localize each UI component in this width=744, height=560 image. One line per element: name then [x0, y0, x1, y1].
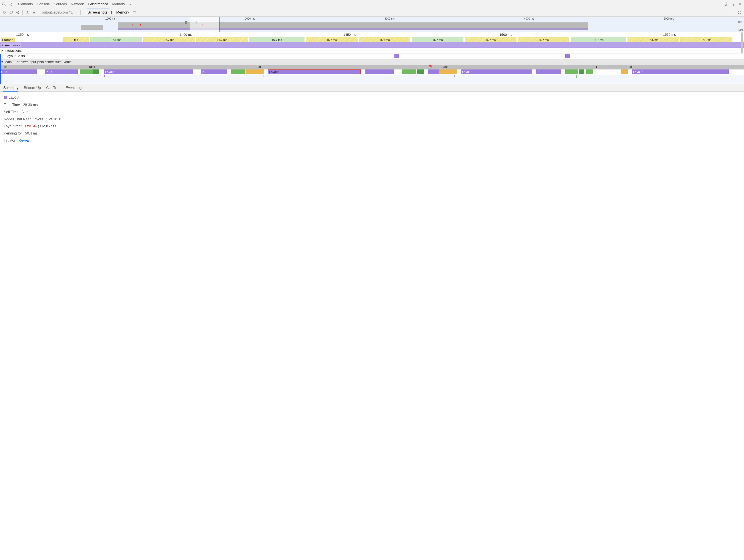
clear-icon[interactable] [15, 10, 20, 15]
svg-point-6 [733, 5, 734, 5]
summary-value: 5 of 1618 [46, 116, 61, 122]
flame-event[interactable] [402, 70, 417, 74]
flame-event[interactable] [93, 70, 99, 74]
summary-value: 50.4 ms [25, 131, 38, 136]
interactions-track-header[interactable]: Interactions [0, 48, 23, 53]
tab-memory[interactable]: Memory [112, 0, 125, 8]
flame-event[interactable]: Layout [461, 70, 532, 74]
flame-event[interactable] [621, 70, 629, 74]
cpu-label: CPU [738, 21, 743, 23]
flame-event[interactable] [80, 70, 93, 74]
overview-selection[interactable] [190, 16, 220, 32]
frame-segment[interactable]: 16.7 ms [412, 37, 464, 42]
flame-event[interactable] [586, 70, 594, 74]
recording-selector-label: output.jsbin.com #1 [42, 10, 73, 14]
overview-cpu-chart [0, 21, 735, 30]
record-icon[interactable] [2, 10, 7, 15]
flame-detail-row [0, 75, 744, 84]
svg-point-7 [3, 11, 6, 13]
svg-point-4 [733, 3, 734, 3]
capture-settings-icon[interactable] [737, 10, 742, 15]
frame-segment[interactable]: ms [63, 37, 89, 42]
frame-segment[interactable]: 16.6 ms [90, 37, 142, 42]
kebab-menu-icon[interactable] [731, 2, 736, 7]
main-track-header[interactable]: Main — https://output.jsbin.com/elisum/9… [0, 59, 744, 65]
frame-segment[interactable]: 16.7 ms [249, 37, 305, 42]
toolbar-separator [80, 10, 81, 15]
flame-event[interactable]: L…t [0, 70, 38, 74]
btab-summary[interactable]: Summary [3, 84, 18, 92]
garbage-collect-icon[interactable] [132, 10, 137, 15]
animation-track[interactable]: Animation [0, 42, 744, 48]
flame-event[interactable] [579, 70, 585, 74]
recording-selector[interactable]: output.jsbin.com #1 [41, 10, 78, 14]
flame-event[interactable] [246, 70, 264, 74]
layout-shift-event[interactable] [395, 54, 399, 58]
inspect-element-icon[interactable] [2, 2, 6, 7]
flame-event[interactable] [231, 70, 246, 74]
download-icon[interactable] [32, 10, 36, 15]
overview-timeline[interactable]: 1000 ms 2000 ms 3000 ms 4000 ms 5000 ms … [0, 16, 744, 32]
task-label: Task [256, 65, 262, 69]
frame-segment[interactable]: 16.7 ms [680, 37, 732, 42]
frame-segment[interactable]: 16.7 ms [571, 37, 626, 42]
frame-segment[interactable]: 16.7 ms [465, 37, 517, 42]
flame-event[interactable] [428, 70, 439, 74]
track-resize-handle[interactable] [0, 54, 1, 84]
settings-icon[interactable] [724, 2, 729, 7]
main-label: Main [4, 60, 12, 64]
layout-shift-event[interactable] [565, 54, 570, 58]
tab-performance[interactable]: Performance [88, 0, 108, 8]
tab-console[interactable]: Console [37, 0, 50, 8]
btab-call-tree[interactable]: Call Tree [46, 84, 60, 92]
flamechart-area[interactable]: 1350 ms 1400 ms 1450 ms 1500 ms 1550 ms … [0, 32, 744, 84]
btab-event-log[interactable]: Event Log [66, 84, 82, 92]
device-toolbar-icon[interactable] [8, 2, 13, 7]
flame-event[interactable]: P…t [45, 70, 78, 74]
frame-segment[interactable]: 16.7 ms [196, 37, 248, 42]
summary-key: Pending for [4, 131, 22, 136]
layout-shifts-track[interactable]: Layout Shifts [0, 53, 744, 59]
flame-event[interactable]: Layout [104, 70, 193, 74]
frame-segment[interactable]: 16.7 ms [518, 37, 570, 42]
tab-network[interactable]: Network [71, 0, 84, 8]
net-label: NET [739, 29, 743, 32]
vertical-scrollbar[interactable] [741, 32, 743, 53]
animation-track-header[interactable]: Animation [1, 43, 21, 47]
close-icon[interactable] [738, 2, 742, 7]
summary-key: Self Time [4, 109, 18, 115]
frame-segment[interactable]: 16.6 ms [359, 37, 411, 42]
flame-chart-row[interactable]: L…tP…tLayoutP…LayoutP…LayoutP…Layout [0, 70, 744, 75]
frame-segment[interactable]: 16.6 ms [628, 37, 679, 42]
reload-record-icon[interactable] [9, 10, 13, 15]
screenshots-checkbox[interactable]: Screenshots [83, 10, 107, 14]
layout-root-selector: #jsbin-css [35, 124, 57, 128]
reveal-link[interactable]: Reveal [18, 138, 30, 143]
frame-segment[interactable]: 16.7 ms [306, 37, 358, 42]
ruler-tick: 3000 ms [384, 17, 395, 20]
tab-sources[interactable]: Sources [54, 0, 67, 8]
flame-event[interactable]: P… [535, 70, 562, 74]
frame-segment[interactable]: 16.7 ms [143, 37, 195, 42]
layout-event-selected[interactable]: Layout [268, 70, 361, 74]
devtools-tabs: Elements Console Sources Network Perform… [18, 0, 723, 8]
flame-event[interactable]: P… [201, 70, 227, 74]
task-track[interactable]: Task Task Task Task T… Task [0, 65, 744, 70]
frames-track[interactable]: ms16.6 ms16.7 ms16.7 ms16.7 ms16.7 ms16.… [0, 37, 744, 42]
ruler-tick: 1400 ms [180, 33, 193, 36]
frames-track-header[interactable]: Frames [1, 38, 15, 42]
flame-event[interactable] [439, 70, 458, 74]
interactions-track[interactable]: Interactions [0, 48, 744, 53]
layout-root-value[interactable]: style#jsbin-css [25, 124, 57, 129]
flame-event[interactable] [565, 70, 579, 74]
performance-toolbar: output.jsbin.com #1 Screenshots Memory [0, 8, 744, 16]
flame-event[interactable] [417, 70, 424, 74]
overview-side-labels: CPU NET [735, 16, 743, 32]
memory-checkbox[interactable]: Memory [111, 10, 129, 14]
tabs-overflow[interactable]: » [129, 0, 131, 8]
tab-elements[interactable]: Elements [18, 0, 33, 8]
btab-bottom-up[interactable]: Bottom-Up [24, 84, 41, 92]
flame-event[interactable]: P… [365, 70, 395, 74]
upload-icon[interactable] [25, 10, 30, 15]
flame-event[interactable]: Layout [632, 70, 729, 74]
